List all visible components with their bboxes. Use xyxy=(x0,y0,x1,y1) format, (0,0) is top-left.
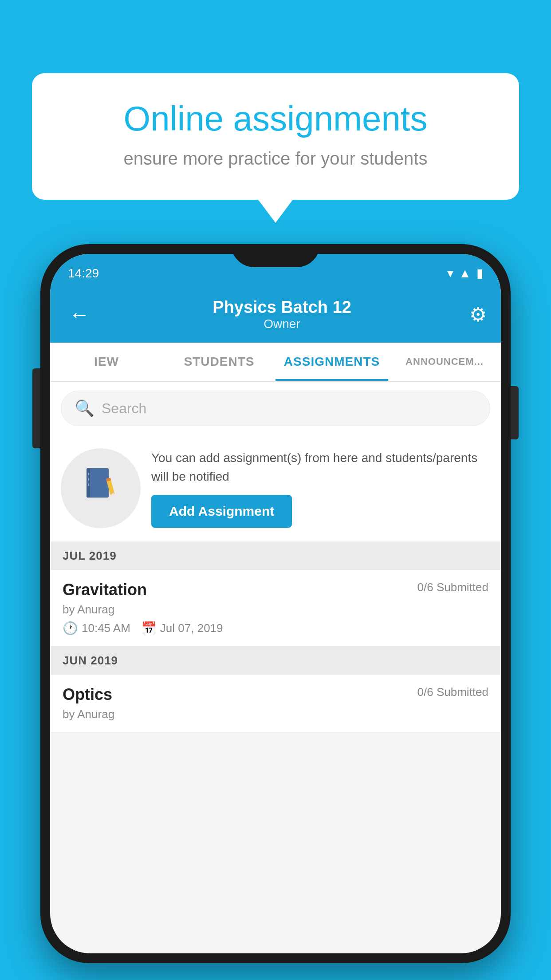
battery-icon: ▮ xyxy=(476,266,483,281)
tab-iew[interactable]: IEW xyxy=(50,343,163,381)
phone-outer: 14:29 ▾ ▲ ▮ ← Physics Batch 12 Owner ⚙ xyxy=(40,244,511,963)
search-container: 🔍 Search xyxy=(50,382,501,435)
speech-bubble-title: Online assignments xyxy=(63,100,488,138)
promo-icon-circle xyxy=(61,448,141,528)
app-bar: ← Physics Batch 12 Owner ⚙ xyxy=(50,286,501,343)
notebook-icon xyxy=(83,466,118,510)
assignment-author-optics: by Anurag xyxy=(63,707,488,721)
app-bar-subtitle: Owner xyxy=(94,317,469,331)
section-header-jun: JUN 2019 xyxy=(50,647,501,675)
section-header-jul: JUL 2019 xyxy=(50,542,501,570)
promo-box: You can add assignment(s) from here and … xyxy=(50,435,501,542)
tab-announcements[interactable]: ANNOUNCEM... xyxy=(388,343,501,381)
back-button[interactable]: ← xyxy=(64,298,94,331)
assignment-item-gravitation[interactable]: Gravitation 0/6 Submitted by Anurag 🕐 10… xyxy=(50,570,501,647)
tabs-bar: IEW STUDENTS ASSIGNMENTS ANNOUNCEM... xyxy=(50,343,501,382)
settings-button[interactable]: ⚙ xyxy=(469,303,487,326)
phone-screen: 14:29 ▾ ▲ ▮ ← Physics Batch 12 Owner ⚙ xyxy=(50,254,501,953)
assignment-author: by Anurag xyxy=(63,603,488,616)
speech-bubble: Online assignments ensure more practice … xyxy=(32,73,519,200)
assignment-meta: 🕐 10:45 AM 📅 Jul 07, 2019 xyxy=(63,621,488,636)
assignment-name: Gravitation xyxy=(63,581,147,599)
phone-wrapper: 14:29 ▾ ▲ ▮ ← Physics Batch 12 Owner ⚙ xyxy=(40,244,511,963)
calendar-icon: 📅 xyxy=(141,621,157,636)
search-bar[interactable]: 🔍 Search xyxy=(61,391,490,426)
tab-assignments[interactable]: ASSIGNMENTS xyxy=(276,343,388,381)
search-input-placeholder[interactable]: Search xyxy=(102,400,146,417)
svg-rect-3 xyxy=(88,478,89,481)
assignment-submitted-optics: 0/6 Submitted xyxy=(417,685,488,699)
assignment-top-optics: Optics 0/6 Submitted xyxy=(63,685,488,704)
status-time: 14:29 xyxy=(68,266,99,281)
meta-date: 📅 Jul 07, 2019 xyxy=(141,621,223,636)
assignment-submitted: 0/6 Submitted xyxy=(417,581,488,594)
app-bar-title: Physics Batch 12 xyxy=(94,298,469,317)
signal-icon: ▲ xyxy=(459,266,471,281)
phone-notch xyxy=(231,244,320,267)
assignment-time: 10:45 AM xyxy=(82,621,130,635)
clock-icon: 🕐 xyxy=(63,621,78,636)
wifi-icon: ▾ xyxy=(447,266,453,281)
status-icons: ▾ ▲ ▮ xyxy=(447,266,483,281)
assignment-date: Jul 07, 2019 xyxy=(160,621,223,635)
assignment-top: Gravitation 0/6 Submitted xyxy=(63,581,488,599)
assignment-name-optics: Optics xyxy=(63,685,112,704)
search-icon: 🔍 xyxy=(75,399,94,418)
svg-rect-2 xyxy=(88,473,89,475)
tab-students[interactable]: STUDENTS xyxy=(163,343,276,381)
promo-text: You can add assignment(s) from here and … xyxy=(151,449,490,486)
svg-rect-4 xyxy=(88,483,89,486)
app-bar-title-area: Physics Batch 12 Owner xyxy=(94,298,469,331)
assignment-item-optics[interactable]: Optics 0/6 Submitted by Anurag xyxy=(50,675,501,732)
speech-bubble-subtitle: ensure more practice for your students xyxy=(63,149,488,169)
add-assignment-button[interactable]: Add Assignment xyxy=(151,495,292,528)
svg-rect-1 xyxy=(87,468,90,498)
meta-time: 🕐 10:45 AM xyxy=(63,621,130,636)
promo-content: You can add assignment(s) from here and … xyxy=(151,449,490,528)
